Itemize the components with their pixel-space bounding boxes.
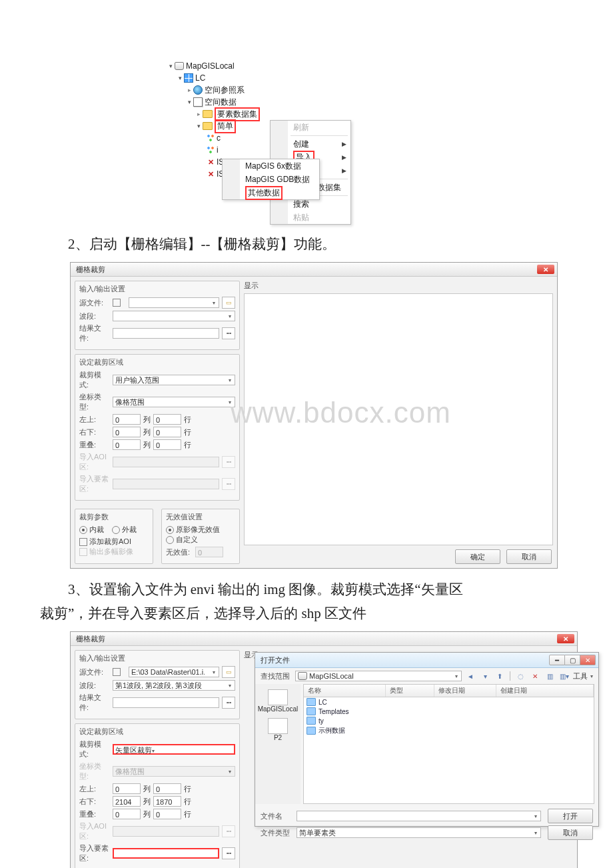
check-multi: 输出多幅影像 — [79, 547, 143, 557]
menu-paste[interactable]: 粘贴 — [271, 211, 350, 224]
tl-row-input[interactable]: 0 — [153, 783, 181, 794]
browse-button[interactable]: ··· — [222, 847, 235, 859]
dialog-titlebar[interactable]: 栅格裁剪 ✕ — [71, 632, 577, 646]
source-check[interactable] — [113, 299, 121, 307]
list-item[interactable]: LC — [304, 697, 594, 707]
label-tools[interactable]: 工具 — [573, 671, 588, 681]
tree-label: 空间参照系 — [205, 85, 245, 96]
band-combo[interactable]: 第1波段, 第2波段, 第3波段, 第...▾ — [113, 680, 235, 691]
unit-row: 行 — [184, 415, 191, 425]
radio-inner[interactable]: 内裁 — [79, 525, 104, 535]
dialog-title: 栅格裁剪 — [76, 634, 105, 644]
close-icon[interactable]: ✕ — [580, 655, 596, 665]
radio-outer[interactable]: 外裁 — [112, 525, 137, 535]
source-combo[interactable]: E:\03 Data\Raster\01.i...▾ — [129, 667, 219, 677]
br-col-input[interactable]: 2104 — [113, 796, 141, 807]
mode-combo[interactable]: 用户输入范围▾ — [113, 375, 235, 385]
open-titlebar[interactable]: 打开文件 ━ ▢ ✕ — [255, 653, 598, 668]
br-row-input[interactable]: 0 — [153, 427, 181, 437]
browse-button[interactable]: ··· — [222, 697, 235, 709]
tree-node-featureset[interactable]: ▸ 要素数据集 — [167, 108, 353, 120]
col-mdate[interactable]: 修改日期 — [434, 685, 496, 697]
radio-keep[interactable]: 原影像无效值 — [166, 525, 230, 535]
col-name[interactable]: 名称 — [304, 685, 386, 697]
preview-panel — [244, 293, 553, 545]
tl-row-input[interactable]: 0 — [153, 414, 181, 425]
ov-col-input[interactable]: 0 — [113, 439, 141, 450]
tree-label: 简单 — [215, 119, 236, 133]
close-icon[interactable]: ✕ — [557, 634, 574, 643]
view-icon[interactable]: ▥▾ — [558, 671, 570, 681]
list-item[interactable]: Templates — [304, 707, 594, 716]
tree-node-lc[interactable]: ▾ LC — [167, 72, 353, 84]
figure-tree-context: ▾ MapGISLocal ▾ LC ▸ 空间参照系 ▾ 空间数据 ▸ — [167, 60, 400, 223]
cancel-button[interactable]: 取消 — [548, 825, 593, 840]
feat-input[interactable] — [113, 848, 219, 859]
back-icon[interactable]: ◄ — [464, 671, 476, 681]
minimize-icon[interactable]: ━ — [549, 655, 565, 665]
result-input[interactable] — [113, 328, 219, 339]
coord-combo[interactable]: 像格范围▾ — [113, 397, 235, 407]
menu-create[interactable]: 创建▶ — [271, 137, 350, 151]
unit-col: 列 — [143, 784, 151, 794]
up-icon[interactable]: ⬆ — [494, 671, 506, 681]
step-2-text: 2、启动【栅格编辑】--【栅格裁剪】功能。 — [40, 233, 573, 255]
label-fname: 文件名 — [261, 811, 294, 821]
browse-button[interactable]: ··· — [222, 327, 235, 339]
cancel-button[interactable]: 取消 — [506, 549, 552, 564]
mode-combo[interactable]: 矢量区裁剪▾ — [113, 744, 235, 755]
fname-combo[interactable]: ▾ — [297, 811, 541, 821]
tool-icon[interactable]: ◌ — [514, 671, 526, 681]
result-input[interactable] — [113, 697, 219, 708]
close-icon[interactable]: ✕ — [537, 265, 554, 274]
source-combo[interactable]: ▾ — [129, 297, 219, 308]
ov-col-input[interactable]: 0 — [113, 809, 141, 819]
file-list[interactable]: 名称 类型 修改日期 创建日期 LC Templates ty 示例数据 — [303, 684, 594, 804]
submenu-gdb[interactable]: MapGIS GDB数据 — [223, 173, 319, 186]
browse-icon[interactable]: ▭ — [222, 297, 235, 309]
new-icon[interactable]: ▥ — [544, 671, 556, 681]
tree-node-srs[interactable]: ▸ 空间参照系 — [167, 84, 353, 96]
ov-row-input[interactable]: 0 — [153, 809, 181, 819]
browse-icon[interactable]: ▭ — [222, 666, 235, 678]
unit-col: 列 — [143, 415, 151, 425]
tl-col-input[interactable]: 0 — [113, 414, 141, 425]
tree-node-root[interactable]: ▾ MapGISLocal — [167, 60, 353, 72]
label-band: 波段: — [79, 311, 110, 321]
delete-icon[interactable]: ✕ — [529, 671, 541, 681]
group-header: 无效值设置 — [166, 512, 235, 522]
ov-row-input[interactable]: 0 — [153, 439, 181, 450]
list-item[interactable]: 示例数据 — [304, 725, 594, 736]
submenu-other[interactable]: 其他数据 — [223, 186, 319, 199]
globe-icon — [193, 85, 203, 95]
label-lookin: 查找范围 — [261, 671, 293, 681]
col-cdate[interactable]: 创建日期 — [496, 685, 594, 697]
open-button[interactable]: 打开 — [548, 809, 593, 823]
ftype-combo[interactable]: 简单要素类▾ — [297, 827, 541, 838]
x-icon: ✕ — [207, 157, 215, 167]
tree-node-spatial[interactable]: ▾ 空间数据 — [167, 96, 353, 108]
maximize-icon[interactable]: ▢ — [565, 655, 580, 665]
br-col-input[interactable]: 0 — [113, 427, 141, 437]
list-item[interactable]: ty — [304, 716, 594, 725]
fwd-icon[interactable]: ▾ — [479, 671, 491, 681]
side-p2[interactable]: P2 — [255, 718, 301, 741]
check-addaoi[interactable]: 添加裁剪AOI — [79, 537, 143, 547]
browse-button: ··· — [222, 825, 235, 837]
menu-refresh[interactable]: 刷新 — [271, 121, 350, 134]
lookin-combo[interactable]: MapGISLocal▾ — [295, 671, 462, 681]
submenu-6x[interactable]: MapGIS 6x数据 — [223, 159, 319, 173]
source-check[interactable] — [113, 668, 121, 676]
band-combo[interactable]: ▾ — [113, 311, 235, 321]
import-submenu: MapGIS 6x数据 MapGIS GDB数据 其他数据 — [222, 159, 320, 200]
dialog-titlebar[interactable]: 栅格裁剪 ✕ — [71, 263, 557, 277]
group-area: 设定裁剪区域 裁剪模式: 用户输入范围▾ 坐标类型: 像格范围▾ 左上: 0 列… — [75, 354, 240, 501]
col-type[interactable]: 类型 — [386, 685, 434, 697]
br-row-input[interactable]: 1870 — [153, 796, 181, 807]
radio-custom[interactable]: 自定义 — [166, 535, 230, 545]
side-local[interactable]: MapGISLocal — [255, 689, 301, 713]
label-ov: 重叠: — [79, 440, 110, 450]
ok-button[interactable]: 确定 — [455, 549, 500, 564]
tl-col-input[interactable]: 0 — [113, 783, 141, 794]
group-io: 输入/输出设置 源文件: ▾ ▭ 波段: ▾ 结果文件: ··· — [75, 281, 240, 350]
